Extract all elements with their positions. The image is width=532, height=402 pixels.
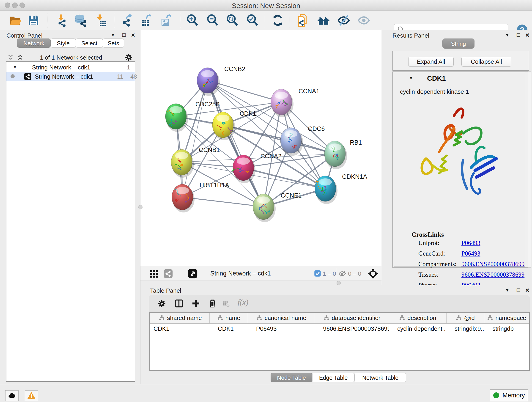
toolbar-separator [290, 13, 290, 28]
warning-status-button[interactable] [25, 390, 38, 401]
zoom-in-icon[interactable] [186, 14, 199, 27]
show-all-icon[interactable] [357, 14, 370, 27]
table-panel-close-icon[interactable]: × [525, 286, 530, 294]
network-row-selected[interactable]: String Network – cdk1 11 48 [6, 72, 135, 81]
crosslink-value-link[interactable]: 9606.ENSP00000378699 [462, 271, 525, 278]
collapse-all-button[interactable]: Collapse All [462, 57, 511, 67]
add-column-icon[interactable] [191, 299, 201, 308]
node-RB1[interactable]: RB1 [324, 139, 362, 169]
protein-collapse-icon[interactable]: ▼ [409, 75, 413, 81]
network-collection-row[interactable]: ▼ String Network – cdk1 1 [6, 63, 135, 72]
edge-CCNB2-HIST1H1A[interactable] [182, 80, 208, 197]
table-cell[interactable]: stringdb [484, 324, 529, 334]
zoom-out-icon[interactable] [206, 14, 219, 27]
node-CDK1[interactable]: CDK1 [212, 110, 256, 140]
crosslink-value-link[interactable]: 9606.ENSP00000378699 [462, 261, 525, 268]
table-cell[interactable]: CDK1 [151, 324, 210, 334]
control-tab-style[interactable]: Style [51, 38, 76, 48]
export-network-icon[interactable] [121, 14, 134, 27]
expand-all-button[interactable]: Expand All [408, 57, 454, 67]
column-header-label: canonical name [265, 314, 306, 322]
node-CCNA1[interactable]: CCNA1 [271, 88, 320, 117]
table-tab-network-table[interactable]: Network Table [355, 373, 406, 382]
node-CCNA2[interactable]: CCNA2 [232, 153, 281, 183]
table-cell[interactable]: cyclin-dependent ... [389, 324, 446, 334]
crosslink-value-link[interactable]: P06493 [462, 240, 481, 247]
node-HIST1H1A[interactable]: HIST1H1A [172, 182, 229, 212]
results-panel-float-icon[interactable]: ▾ [506, 32, 508, 38]
network-options-gear-icon[interactable] [125, 53, 133, 61]
show-columns-icon[interactable] [174, 299, 184, 308]
node-CDKN1A[interactable]: CDKN1A [315, 173, 367, 204]
open-session-icon[interactable] [9, 14, 22, 27]
import-network-from-database-icon[interactable] [74, 14, 87, 27]
toolbar-separator [114, 13, 114, 28]
collection-collapse-icon[interactable]: ▼ [13, 65, 17, 70]
control-tab-select[interactable]: Select [76, 38, 103, 48]
cloud-status-button[interactable] [5, 390, 19, 401]
string-network-graph[interactable]: CCNB2CCNA1CDC25BCDK1CDC6RB1CCNB1CCNA2CDK… [140, 30, 381, 267]
control-panel-close-icon[interactable]: × [131, 31, 135, 39]
table-panel-maximize-icon[interactable]: □ [517, 287, 520, 293]
table-cell[interactable]: stringdb:9... [446, 324, 484, 334]
table-row[interactable]: CDK1CDK1P064939606.ENSP00000378699cyclin… [150, 324, 529, 334]
column-header-canonical-name[interactable]: canonical name [248, 313, 315, 323]
crosslink-value-link[interactable]: P06493 [462, 250, 481, 257]
open-in-window-icon[interactable] [188, 269, 198, 279]
table-cell[interactable]: CDK1 [210, 324, 248, 334]
network-canvas[interactable]: CCNB2CCNA1CDC25BCDK1CDC6RB1CCNB1CCNA2CDK… [140, 30, 381, 267]
node-CDC6[interactable]: CDC6 [280, 125, 325, 156]
fit-crosshair-icon[interactable] [368, 268, 378, 279]
function-builder-icon[interactable]: f(x) [238, 298, 248, 307]
memory-button[interactable]: Memory [490, 389, 528, 401]
selected-checkbox-icon[interactable] [314, 270, 321, 277]
node-label-CDK1: CDK1 [240, 110, 256, 117]
control-panel-float-icon[interactable]: ▾ [112, 32, 114, 38]
hidden-eye-slash-icon[interactable] [338, 270, 346, 278]
control-panel-maximize-icon[interactable]: □ [122, 32, 126, 38]
import-network-from-file-icon[interactable] [55, 14, 67, 27]
left-splitter-handle[interactable] [138, 205, 143, 209]
refresh-layout-icon[interactable] [271, 14, 284, 27]
table-tab-edge-table[interactable]: Edge Table [312, 373, 355, 382]
delete-column-trash-icon[interactable] [208, 299, 217, 308]
expand-all-networks-icon[interactable] [17, 54, 24, 61]
control-tab-network[interactable]: Network [17, 38, 51, 48]
table-settings-gear-icon[interactable] [157, 299, 166, 308]
save-session-icon[interactable] [27, 14, 40, 27]
results-scrollbar[interactable] [528, 71, 531, 268]
control-tab-sets[interactable]: Sets [103, 38, 124, 48]
table-cell[interactable]: 9606.ENSP00000378699 [315, 324, 389, 334]
delete-table-icon[interactable] [222, 300, 230, 307]
column-header-id[interactable]: @id [447, 313, 484, 323]
node-CCNB2[interactable]: CCNB2 [197, 65, 245, 96]
title-bar: Session: New Session [0, 0, 532, 11]
table-cell[interactable]: P06493 [248, 324, 315, 334]
export-image-icon[interactable] [160, 14, 173, 27]
column-header-name[interactable]: name [210, 313, 248, 323]
column-header-database-identifier[interactable]: database identifier [315, 313, 389, 323]
network-share-icon[interactable] [163, 269, 173, 279]
bottom-splitter-handle[interactable] [336, 281, 341, 285]
first-neighbors-icon[interactable] [317, 14, 330, 27]
node-table[interactable]: shared namenamecanonical namedatabase id… [149, 312, 530, 371]
new-network-from-selection-icon[interactable] [297, 14, 309, 27]
import-table-from-file-icon[interactable] [94, 14, 107, 27]
results-panel-maximize-icon[interactable]: □ [517, 32, 520, 38]
edge-HIST1H1A-CCNE1[interactable] [182, 197, 264, 207]
column-header-description[interactable]: description [389, 313, 446, 323]
network-collection-label: String Network – cdk1 [32, 64, 90, 71]
column-header-shared-name[interactable]: shared name [151, 313, 210, 323]
zoom-selected-icon[interactable] [246, 14, 259, 27]
export-table-icon[interactable] [140, 14, 153, 27]
collapse-all-networks-icon[interactable] [7, 54, 14, 61]
table-panel-float-icon[interactable]: ▾ [506, 287, 508, 293]
zoom-fit-content-icon[interactable] [226, 14, 239, 27]
results-panel-close-icon[interactable]: × [525, 31, 530, 39]
column-header-namespace[interactable]: namespace [484, 313, 529, 323]
table-tab-node-table[interactable]: Node Table [271, 373, 312, 382]
hide-selection-icon[interactable] [337, 14, 350, 27]
birds-eye-view-icon[interactable] [149, 269, 159, 279]
crosslink-label: Compartments: [418, 261, 456, 268]
tab-string[interactable]: String [443, 38, 475, 49]
